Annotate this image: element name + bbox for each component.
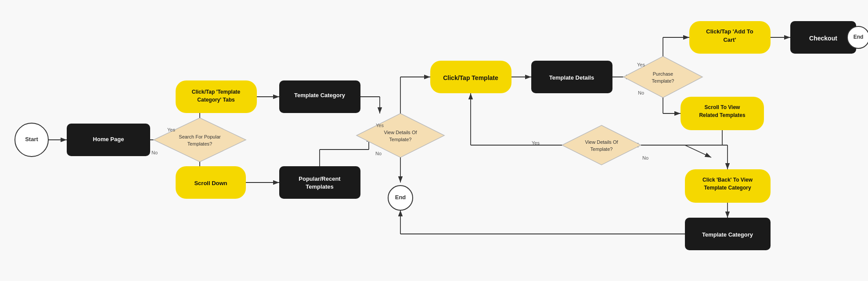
no-label-3: No bbox=[638, 90, 644, 95]
search-decision-label: Search For Popular bbox=[179, 134, 221, 139]
template-details-label: Template Details bbox=[549, 74, 594, 81]
popular-label2: Templates bbox=[306, 183, 333, 190]
click-tab-label1: Click/Tap 'Template bbox=[192, 89, 241, 95]
add-cart-label2: Cart' bbox=[723, 36, 736, 43]
purchase-label1: Purchase bbox=[653, 71, 673, 77]
home-page-label: Home Page bbox=[93, 136, 124, 142]
click-back-label2: Template Category bbox=[704, 185, 751, 191]
end2-label: End bbox=[854, 34, 864, 40]
view-details1-node bbox=[357, 113, 444, 157]
template-cat1-label1: Template Category bbox=[294, 92, 346, 99]
no-label-2: No bbox=[375, 151, 382, 156]
purchase-label2: Template? bbox=[652, 78, 674, 84]
popular-node bbox=[279, 166, 360, 199]
purchase-node bbox=[623, 56, 702, 98]
template-cat2-label: Template Category bbox=[702, 231, 753, 238]
view-details2-label2: Template? bbox=[591, 146, 613, 152]
yes-label-1: Yes bbox=[167, 127, 175, 132]
click-template-label: Click/Tap Template bbox=[443, 74, 498, 81]
no-label-1: No bbox=[151, 150, 158, 155]
scroll-related-label1: Scroll To View bbox=[705, 104, 741, 110]
view-details2-node bbox=[562, 125, 641, 165]
search-decision-node bbox=[154, 118, 246, 162]
checkout-label: Checkout bbox=[809, 35, 837, 42]
arrow-no4-back bbox=[685, 145, 711, 157]
view-details1-label2: Template? bbox=[389, 137, 412, 142]
scroll-down-label: Scroll Down bbox=[194, 180, 227, 186]
search-decision-label2: Templates? bbox=[187, 141, 212, 146]
no-label-4: No bbox=[642, 155, 648, 161]
flowchart-container: Start Home Page Search For Popular Templ… bbox=[0, 0, 868, 281]
add-cart-label1: Click/Tap 'Add To bbox=[706, 28, 753, 35]
view-details2-label1: View Details Of bbox=[585, 139, 619, 145]
yes-label-3: Yes bbox=[637, 62, 645, 67]
yes-label-2: Yes bbox=[376, 123, 384, 128]
scroll-related-label2: Related Templates bbox=[699, 112, 745, 118]
end1-label: End bbox=[395, 194, 406, 201]
click-back-label1: Click 'Back' To View bbox=[702, 177, 753, 183]
popular-label1: Popular/Recent bbox=[299, 175, 341, 182]
click-tab-label2: Category' Tabs bbox=[197, 97, 235, 103]
start-label: Start bbox=[25, 136, 38, 142]
view-details1-label1: View Details Of bbox=[384, 130, 418, 135]
